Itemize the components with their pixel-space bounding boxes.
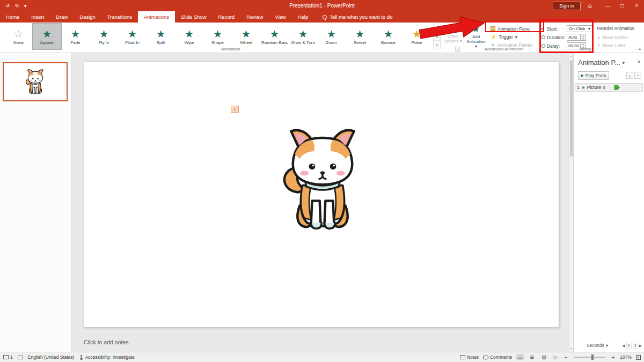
slide-number: 1 bbox=[10, 354, 13, 360]
gallery-item-fly-in[interactable]: ★ Fly In bbox=[90, 24, 118, 49]
customize-quick-access-icon[interactable]: ▾ bbox=[24, 0, 27, 11]
gallery-item-split[interactable]: ★ Split bbox=[147, 24, 175, 49]
advanced-animation-group-label: Advanced Animation bbox=[469, 47, 539, 51]
accessibility-checker[interactable]: Accessibility: Investigate bbox=[79, 354, 135, 360]
add-animation-button[interactable]: ★ Add Animation ▾ bbox=[465, 24, 487, 50]
play-from-button[interactable]: ▶ Play From bbox=[578, 71, 609, 80]
gallery-more-icon[interactable]: ▾ bbox=[434, 41, 440, 49]
reading-view-icon[interactable]: ▤ bbox=[540, 354, 548, 360]
start-dropdown[interactable]: On Click ▾ bbox=[567, 25, 592, 32]
comments-icon bbox=[483, 356, 488, 359]
scroll-down-icon[interactable]: ▾ bbox=[569, 347, 573, 350]
timeline-right-icon[interactable]: ▶ bbox=[639, 344, 642, 348]
tab-slide-show[interactable]: Slide Show bbox=[175, 11, 213, 23]
slide-thumbnail-1[interactable] bbox=[3, 62, 68, 101]
collapse-ribbon-icon[interactable]: ▴ bbox=[639, 47, 641, 51]
tab-design[interactable]: Design bbox=[74, 11, 101, 23]
gallery-item-grow-turn[interactable]: ★ Grow & Turn bbox=[289, 24, 317, 49]
slide-number-indicator[interactable]: 1 bbox=[3, 354, 13, 360]
zoom-level[interactable]: 107% bbox=[620, 354, 632, 360]
gallery-item-zoom[interactable]: ★ Zoom bbox=[317, 24, 346, 49]
minimize-button[interactable]: — bbox=[601, 0, 615, 11]
gallery-item-wipe[interactable]: ★ Wipe bbox=[175, 24, 203, 49]
play-icon: ▶ bbox=[581, 73, 583, 78]
tab-insert[interactable]: Insert bbox=[25, 11, 50, 23]
gallery-item-pulse[interactable]: ★ Pulse bbox=[402, 24, 431, 49]
normal-view-icon[interactable]: ▭ bbox=[516, 354, 524, 360]
animation-dialog-launcher-icon[interactable]: ↘ bbox=[455, 47, 460, 51]
tab-help[interactable]: Help bbox=[292, 11, 314, 23]
zoom-slider[interactable] bbox=[574, 357, 605, 358]
animation-star-icon: ★ bbox=[241, 28, 251, 40]
gallery-scroll-up-icon[interactable]: ▴ bbox=[434, 24, 440, 33]
gallery-item-label: Shape bbox=[211, 40, 224, 45]
gallery-item-float-in[interactable]: ★ Float In bbox=[118, 24, 147, 49]
animation-group-label: Animation bbox=[199, 47, 263, 51]
slide-sorter-view-icon[interactable]: ⊞ bbox=[529, 354, 536, 360]
notes-divider[interactable] bbox=[72, 335, 568, 335]
maximize-button[interactable]: □ bbox=[615, 0, 630, 11]
tab-record[interactable]: Record bbox=[213, 11, 241, 23]
animation-pane-button[interactable]: Animation Pane bbox=[488, 25, 535, 33]
animation-star-icon: ★ bbox=[185, 28, 194, 40]
gallery-item-bounce[interactable]: ★ Bounce bbox=[374, 24, 402, 49]
status-left: 1 English (United States) Accessibility:… bbox=[0, 354, 135, 360]
start-label: Start: bbox=[547, 26, 567, 32]
display-settings-icon[interactable] bbox=[18, 356, 23, 359]
tab-draw[interactable]: Draw bbox=[50, 11, 74, 23]
editor-scrollbar[interactable]: ▴ ▾ bbox=[568, 54, 573, 351]
tab-home[interactable]: Home bbox=[0, 11, 25, 23]
redo-icon[interactable]: ↻ bbox=[14, 0, 19, 11]
scroll-up-icon[interactable]: ▴ bbox=[569, 55, 573, 58]
gallery-item-shape[interactable]: ★ Shape bbox=[203, 24, 232, 49]
duration-input[interactable]: Auto bbox=[567, 34, 581, 41]
feedback-smiley-icon[interactable]: ☺ bbox=[587, 3, 593, 9]
tab-transitions[interactable]: Transitions bbox=[101, 11, 138, 23]
timeline-marker[interactable] bbox=[614, 85, 620, 90]
gallery-item-none[interactable]: ☆ None bbox=[4, 24, 33, 49]
animation-star-icon: ★ bbox=[298, 28, 308, 40]
gallery-item-label: Bounce bbox=[381, 40, 396, 45]
gallery-scroll-down-icon[interactable]: ▾ bbox=[434, 33, 440, 41]
dog-picture[interactable] bbox=[275, 124, 370, 237]
pane-move-down-icon[interactable]: ▼ bbox=[634, 72, 641, 79]
gallery-item-appear[interactable]: ★ Appear bbox=[33, 24, 61, 49]
notes-toggle[interactable]: Notes bbox=[460, 354, 479, 360]
clock-icon bbox=[541, 35, 545, 39]
animation-list-item[interactable]: 1 ★ Picture 4 bbox=[575, 83, 643, 92]
group-separator bbox=[464, 25, 464, 50]
zoom-in-icon[interactable]: + bbox=[610, 354, 616, 360]
timeline-left-icon[interactable]: ◀ bbox=[622, 344, 625, 348]
language-indicator[interactable]: English (United States) bbox=[28, 354, 75, 360]
fit-to-window-icon[interactable] bbox=[636, 355, 641, 360]
trigger-button[interactable]: ⚡ Trigger ▾ bbox=[488, 33, 535, 41]
pane-move-up-icon[interactable]: ▲ bbox=[626, 72, 633, 79]
powerpoint-window: ↺ ↻ ▾ Presentation1 - PowerPoint Sign in… bbox=[0, 0, 644, 362]
tell-me-label: Tell me what you want to do bbox=[330, 14, 392, 20]
gallery-item-random-bars[interactable]: ★ Random Bars bbox=[260, 24, 289, 49]
tab-view[interactable]: View bbox=[269, 11, 291, 23]
slideshow-view-icon[interactable]: ▷ bbox=[552, 354, 559, 360]
spinner-down-icon[interactable]: ▾ bbox=[581, 38, 586, 41]
move-earlier-button[interactable]: ▲ Move Earlier bbox=[597, 33, 634, 41]
sign-in-button[interactable]: Sign in bbox=[553, 2, 581, 10]
animation-number-tag[interactable]: 1 bbox=[231, 106, 239, 113]
pane-close-icon[interactable]: × bbox=[638, 58, 641, 65]
zoom-slider-knob[interactable] bbox=[591, 354, 594, 360]
tab-review[interactable]: Review bbox=[240, 11, 269, 23]
close-button[interactable]: × bbox=[630, 0, 644, 11]
tell-me-box[interactable]: Tell me what you want to do bbox=[323, 11, 392, 23]
animation-star-icon: ☆ bbox=[14, 28, 23, 40]
tab-animations[interactable]: Animations bbox=[138, 11, 175, 23]
comments-toggle[interactable]: Comments bbox=[483, 354, 512, 360]
pane-options-chevron-icon[interactable]: ▾ bbox=[622, 60, 625, 65]
zoom-out-icon[interactable]: − bbox=[564, 354, 569, 360]
gallery-item-fade[interactable]: ★ Fade bbox=[61, 24, 90, 49]
gallery-item-wheel[interactable]: ★ Wheel bbox=[232, 24, 260, 49]
seconds-dropdown[interactable]: Seconds ▾ bbox=[587, 343, 608, 348]
gallery-item-swivel[interactable]: ★ Swivel bbox=[346, 24, 374, 49]
scrollbar-thumb[interactable] bbox=[570, 60, 573, 157]
effect-options-button[interactable]: Effect Options ▾ bbox=[442, 24, 464, 50]
undo-icon[interactable]: ↺ bbox=[5, 0, 10, 11]
notes-placeholder[interactable]: Click to add notes bbox=[84, 339, 128, 345]
